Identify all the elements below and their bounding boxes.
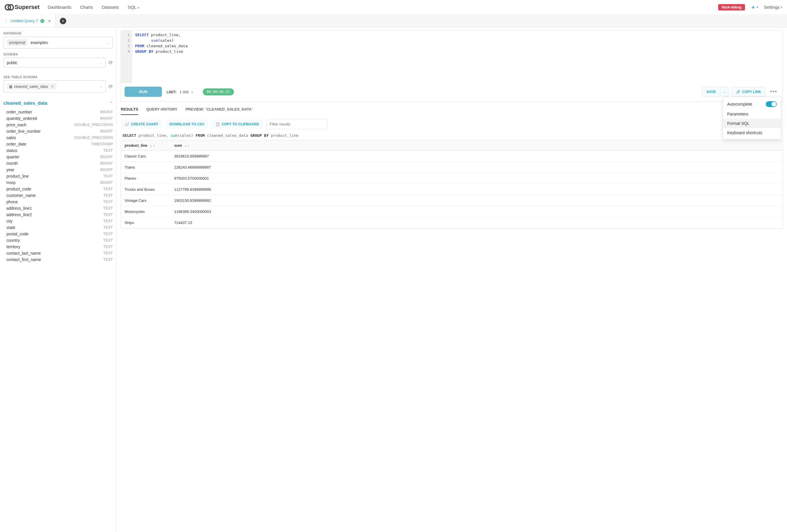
column-row[interactable]: order_numberBIGINT	[3, 109, 113, 115]
table-row[interactable]: Trains226243.46999999997	[121, 162, 783, 173]
table-row[interactable]: Classic Cars3919615.659999997	[121, 151, 783, 162]
nav-dashboards[interactable]: Dashboards	[48, 5, 71, 9]
caret-down-icon: ▾	[138, 6, 139, 9]
save-button[interactable]: SAVE	[702, 87, 720, 97]
nav-datasets[interactable]: Datasets	[102, 5, 119, 9]
column-row[interactable]: price_eachDOUBLE_PRECISION	[3, 122, 113, 128]
th-sum[interactable]: sum ▲▼	[171, 140, 783, 151]
menu-parameters[interactable]: Parameters	[723, 109, 781, 119]
th-product-line[interactable]: product_line ▲▼	[121, 140, 171, 151]
column-list: order_numberBIGINTquantity_orderedBIGINT…	[3, 109, 113, 263]
copy-clipboard-button[interactable]: 📋 COPY TO CLIPBOARD	[211, 120, 263, 129]
refresh-icon[interactable]: ⟳	[108, 60, 113, 66]
column-type: TEXT	[103, 187, 113, 191]
column-row[interactable]: order_line_numberBIGINT	[3, 128, 113, 134]
column-name: territory	[6, 244, 20, 249]
column-type: TEXT	[103, 193, 113, 198]
cell-product-line: Planes	[121, 173, 171, 184]
menu-format-sql[interactable]: Format SQL	[723, 119, 781, 128]
chevron-down-icon: ⌄	[723, 90, 725, 93]
editor-code[interactable]: SELECT product_line, sum(sales)FROM clea…	[132, 30, 190, 83]
column-name: address_line2	[6, 212, 32, 217]
column-name: status	[6, 148, 17, 153]
column-row[interactable]: msrpBIGINT	[3, 179, 113, 186]
column-row[interactable]: phoneTEXT	[3, 199, 113, 205]
table-row[interactable]: Trucks and Buses1127789.8399999996	[121, 184, 783, 195]
column-type: TEXT	[103, 257, 113, 262]
run-button[interactable]: RUN	[125, 87, 162, 97]
caret-down-icon: ⌄	[100, 61, 102, 65]
column-row[interactable]: stateTEXT	[3, 224, 113, 231]
table-row[interactable]: Vintage Cars1903150.8399999992	[121, 195, 783, 206]
download-csv-button[interactable]: DOWNLOAD TO CSV	[165, 120, 209, 129]
refresh-icon[interactable]: ⟳	[108, 83, 113, 90]
column-type: TEXT	[103, 199, 113, 204]
database-select[interactable]: postgresql examples ⌄	[3, 37, 113, 48]
column-row[interactable]: quarterBIGINT	[3, 154, 113, 160]
autocomplete-toggle[interactable]	[766, 101, 777, 107]
sql-editor[interactable]: 1234 SELECT product_line, sum(sales)FROM…	[121, 30, 783, 83]
more-actions-button[interactable]: •••	[768, 87, 779, 97]
save-dropdown-button[interactable]: ⌄	[720, 87, 729, 97]
limit-label: LIMIT:	[167, 90, 176, 94]
column-name: product_code	[6, 187, 31, 191]
table-row[interactable]: Planes975003.5700000001	[121, 173, 783, 184]
nav-items: Dashboards Charts Datasets SQL ▾	[48, 5, 139, 9]
column-row[interactable]: product_codeTEXT	[3, 186, 113, 192]
add-tab-button[interactable]: ＋	[60, 18, 66, 24]
column-row[interactable]: quantity_orderedBIGINT	[3, 115, 113, 122]
column-type: TEXT	[103, 232, 113, 236]
column-row[interactable]: countryTEXT	[3, 237, 113, 243]
column-row[interactable]: contact_last_nameTEXT	[3, 250, 113, 256]
menu-keyboard-shortcuts[interactable]: Keyboard shortcuts	[723, 128, 781, 137]
column-row[interactable]: product_lineTEXT	[3, 173, 113, 179]
column-row[interactable]: statusTEXT	[3, 147, 113, 154]
results-tabs: RESULTS QUERY HISTORY PREVIEW: `CLEANED_…	[121, 107, 783, 115]
table-icon: ▦	[9, 85, 12, 89]
caret-down-icon: ▾	[781, 5, 782, 9]
column-type: TEXT	[103, 238, 113, 243]
top-nav: Superset Dashboards Charts Datasets SQL …	[0, 0, 787, 15]
column-row[interactable]: address_line1TEXT	[3, 205, 113, 211]
tab-preview[interactable]: PREVIEW: `CLEANED_SALES_DATA`	[186, 107, 253, 115]
caret-down-icon[interactable]: ▾	[191, 91, 193, 94]
table-schema-header[interactable]: cleaned_sales_data ⌃	[3, 101, 113, 106]
column-row[interactable]: yearBIGINT	[3, 167, 113, 173]
copy-link-button[interactable]: 🔗 COPY LINK	[731, 87, 765, 97]
column-row[interactable]: territoryTEXT	[3, 243, 113, 250]
column-name: postal_code	[6, 232, 28, 236]
column-row[interactable]: salesDOUBLE_PRECISION	[3, 134, 113, 141]
menu-autocomplete[interactable]: Autocomplete	[723, 99, 781, 109]
brand-logo[interactable]: Superset	[5, 4, 40, 10]
table-row[interactable]: Motorcycles1166388.3400000003	[121, 206, 783, 217]
column-row[interactable]: monthBIGINT	[3, 160, 113, 167]
query-tab[interactable]: ⋮ Untitled Query 7 ✓ ✕	[0, 15, 56, 27]
create-chart-button[interactable]: 📈 CREATE CHART	[121, 120, 163, 129]
column-row[interactable]: contact_first_nameTEXT	[3, 256, 113, 263]
column-name: quantity_ordered	[6, 116, 37, 121]
column-row[interactable]: postal_codeTEXT	[3, 231, 113, 237]
new-menu[interactable]: ＋ ▾	[750, 3, 758, 11]
nav-sql[interactable]: SQL ▾	[128, 5, 139, 9]
limit-value[interactable]: 1 000	[179, 90, 189, 94]
th-sum-label: sum	[174, 143, 182, 148]
query-tabs-bar: ⋮ Untitled Query 7 ✓ ✕ ＋	[0, 15, 787, 27]
table-row[interactable]: Ships714437.13	[121, 217, 783, 228]
tab-query-history[interactable]: QUERY HISTORY	[146, 107, 177, 115]
column-row[interactable]: cityTEXT	[3, 218, 113, 224]
nav-charts[interactable]: Charts	[80, 5, 93, 9]
column-name: year	[6, 167, 14, 172]
table-select[interactable]: ▦ cleaned_sales_data ✕ ⌄	[3, 81, 106, 92]
column-row[interactable]: order_dateTIMESTAMP	[3, 141, 113, 147]
filter-results-input[interactable]	[266, 119, 327, 129]
schema-select[interactable]: public ⌄	[3, 58, 106, 68]
menu-autocomplete-label: Autocomplete	[727, 102, 752, 106]
column-row[interactable]: address_line2TEXT	[3, 211, 113, 218]
flask-debug-badge[interactable]: flask-debug	[718, 4, 745, 10]
close-tab-icon[interactable]: ✕	[48, 19, 51, 23]
tab-results[interactable]: RESULTS	[121, 107, 138, 115]
column-row[interactable]: customer_nameTEXT	[3, 192, 113, 199]
drag-handle-icon[interactable]: ⋮	[4, 19, 8, 23]
settings-menu[interactable]: Settings ▾	[764, 5, 782, 9]
remove-table-icon[interactable]: ✕	[51, 84, 54, 89]
